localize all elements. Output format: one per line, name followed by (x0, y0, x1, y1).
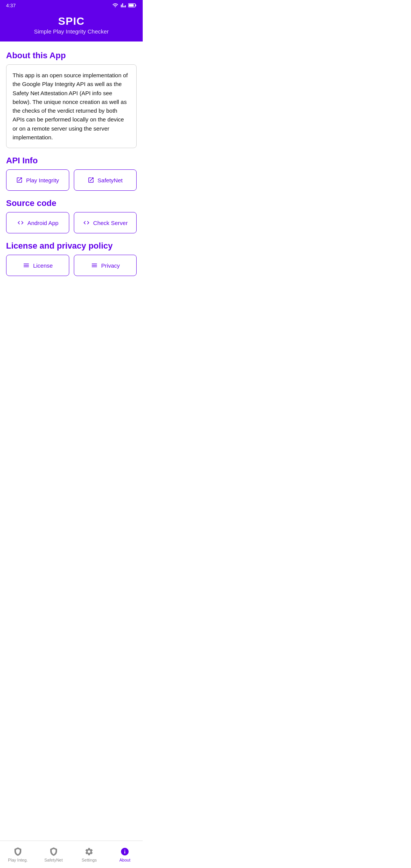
nav-item-settings[interactable]: Settings (72, 841, 107, 868)
nav-label-play-integrity: Play Integ. (8, 858, 28, 862)
about-description-card: This app is an open source implementatio… (6, 64, 137, 148)
svg-rect-2 (135, 5, 136, 6)
app-subtitle: Simple Play Integrity Checker (6, 28, 137, 35)
list-icon-privacy (91, 262, 98, 269)
app-header: SPIC Simple Play Integrity Checker (0, 11, 143, 41)
nav-icon-about (120, 847, 129, 856)
check-server-btn-label: Check Server (93, 220, 128, 226)
nav-item-about[interactable]: About (107, 841, 143, 868)
nav-item-play-integrity[interactable]: Play Integ. (0, 841, 36, 868)
safetynet-btn-label: SafetyNet (97, 177, 123, 183)
status-bar: 4:37 (0, 0, 143, 11)
about-section-title: About this App (6, 51, 137, 61)
list-icon-license (22, 262, 30, 269)
nav-item-safetynet[interactable]: SafetyNet (36, 841, 72, 868)
api-info-section-title: API Info (6, 156, 137, 166)
privacy-button[interactable]: Privacy (74, 255, 137, 276)
nav-label-settings: Settings (82, 858, 97, 862)
license-btn-label: License (33, 262, 53, 269)
play-integrity-button[interactable]: Play Integrity (6, 169, 69, 191)
nav-icon-settings (84, 847, 94, 856)
about-description-text: This app is an open source implementatio… (13, 71, 130, 142)
android-app-btn-label: Android App (27, 220, 59, 226)
safetynet-button[interactable]: SafetyNet (74, 169, 137, 191)
source-code-section-title: Source code (6, 198, 137, 208)
nav-icon-play-integrity (13, 847, 22, 856)
license-section-title: License and privacy policy (6, 241, 137, 251)
svg-rect-1 (129, 4, 134, 6)
nav-label-about: About (119, 858, 131, 862)
license-buttons: License Privacy (6, 255, 137, 276)
check-server-button[interactable]: Check Server (74, 212, 137, 233)
privacy-btn-label: Privacy (101, 262, 120, 269)
code-icon-server (83, 219, 90, 226)
license-button[interactable]: License (6, 255, 69, 276)
open-in-new-icon-safetynet (88, 177, 94, 183)
nav-label-safetynet: SafetyNet (44, 858, 62, 862)
status-icons (112, 2, 137, 8)
signal-icon (121, 2, 126, 8)
android-app-button[interactable]: Android App (6, 212, 69, 233)
nav-icon-safetynet (49, 847, 58, 856)
main-content: About this App This app is an open sourc… (0, 41, 143, 868)
play-integrity-btn-label: Play Integrity (26, 177, 59, 183)
code-icon-android (17, 219, 24, 226)
api-info-buttons: Play Integrity SafetyNet (6, 169, 137, 191)
bottom-navigation: Play Integ. SafetyNet Settings About (0, 841, 143, 868)
source-code-buttons: Android App Check Server (6, 212, 137, 233)
status-time: 4:37 (6, 3, 16, 8)
app-title: SPIC (6, 15, 137, 27)
wifi-icon (112, 2, 118, 8)
battery-icon (128, 3, 137, 8)
open-in-new-icon-play (16, 177, 23, 183)
